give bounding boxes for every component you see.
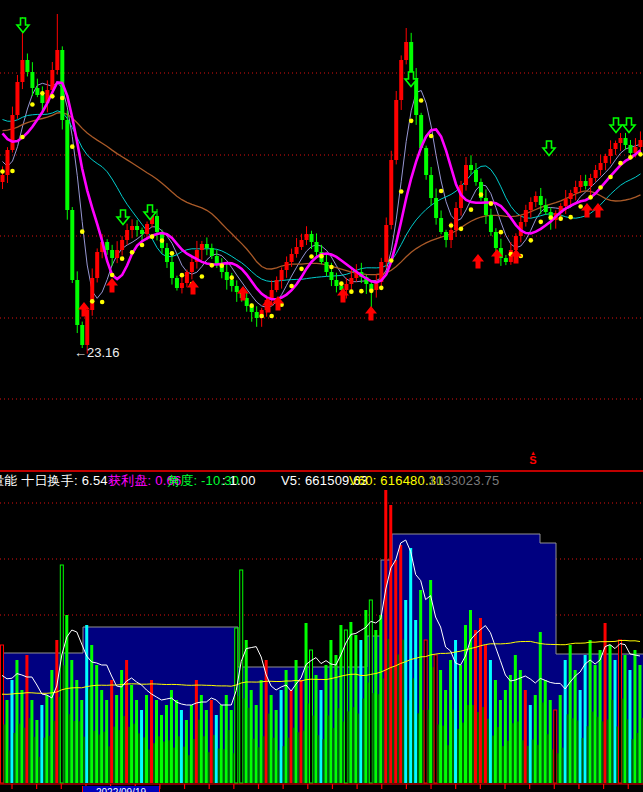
volume-sub-bar <box>487 719 489 783</box>
volume-bar <box>210 700 213 783</box>
volume-bar <box>374 630 377 783</box>
volume-bar <box>85 625 88 783</box>
volume-bar <box>160 715 163 783</box>
volume-sub-bar <box>636 733 638 783</box>
volume-bar <box>310 650 313 783</box>
volume-sub-bar <box>253 739 255 783</box>
volume-bar <box>489 660 492 783</box>
candle-body <box>130 226 134 230</box>
volume-sub-bar <box>38 757 40 783</box>
candle-body <box>484 198 488 215</box>
volume-bar <box>594 665 597 783</box>
volume-bar <box>100 690 103 783</box>
volume-sub-bar <box>447 745 449 783</box>
candle-body <box>504 258 508 262</box>
sar-dot <box>409 119 414 124</box>
volume-sub-bar <box>492 736 494 783</box>
volume-bar <box>190 705 193 783</box>
indicator-parameter-bar: 量能 十日换手: 6.54 获利盘: 0.66 角度: -10.30 : 1.0… <box>0 473 643 489</box>
volume-sub-bar <box>288 738 290 783</box>
volume-bar <box>130 685 133 783</box>
volume-sub-bar <box>627 719 629 783</box>
volume-sub-bar <box>612 700 614 783</box>
sar-dot <box>259 314 264 319</box>
volume-bar <box>504 690 507 783</box>
volume-bar <box>499 700 502 783</box>
volume-bar <box>95 665 98 783</box>
indicator-ratio-value: : 1.00 <box>222 473 256 489</box>
volume-bar <box>579 690 582 783</box>
volume-bar <box>185 720 188 783</box>
volume-bar <box>344 630 347 783</box>
volume-sub-bar <box>327 716 329 783</box>
volume-bar <box>329 640 332 783</box>
volume-sub-bar <box>83 737 85 783</box>
volume-sub-bar <box>357 714 359 783</box>
volume-sub-bar <box>532 740 534 783</box>
volume-bar <box>175 700 178 783</box>
sar-dot <box>449 223 454 228</box>
volume-bar <box>75 680 78 783</box>
sar-dot <box>578 204 583 209</box>
candle-body <box>564 199 568 206</box>
volume-sub-bar <box>417 713 419 783</box>
volume-bar <box>484 645 487 783</box>
volume-bar <box>295 660 298 783</box>
candle-body <box>10 115 14 150</box>
candle-body <box>95 252 99 278</box>
volume-sub-bar <box>283 746 285 783</box>
volume-bar <box>15 660 18 783</box>
sell-arrow-icon <box>610 118 622 133</box>
volume-bar <box>424 640 427 783</box>
volume-sub-bar <box>392 667 394 783</box>
volume-sub-bar <box>108 746 110 783</box>
sar-dot <box>150 234 155 239</box>
volume-bar <box>275 710 278 783</box>
volume-sub-bar <box>527 746 529 783</box>
candle-body <box>579 181 583 187</box>
volume-bar <box>544 680 547 783</box>
volume-bar <box>614 660 617 783</box>
candle-body <box>1 175 5 182</box>
volume-bar <box>250 690 253 783</box>
sar-dot <box>269 314 274 319</box>
volume-sub-bar <box>412 678 414 783</box>
volume-bar <box>255 705 258 783</box>
volume-bar <box>50 670 53 783</box>
volume-sub-bar <box>332 728 334 783</box>
volume-bar <box>290 690 293 783</box>
volume-bar <box>638 665 641 783</box>
sar-dot <box>249 303 254 308</box>
candle-body <box>444 232 448 240</box>
volume-bar <box>280 690 283 783</box>
sell-arrow-icon <box>144 205 156 220</box>
volume-bar <box>180 710 183 783</box>
candle-body <box>404 42 408 60</box>
candle-body <box>295 247 299 254</box>
volume-bar <box>324 665 327 783</box>
candle-body <box>135 226 139 230</box>
volume-sub-bar <box>442 726 444 783</box>
volume-bar <box>434 655 437 783</box>
candle-body <box>105 242 109 250</box>
sar-dot <box>479 192 484 197</box>
sar-dot <box>30 102 35 107</box>
volume-bar <box>20 690 23 783</box>
chart-canvas[interactable]: ←23.16 <box>0 0 643 792</box>
candle-body <box>300 240 304 247</box>
volume-sub-bar <box>33 737 35 783</box>
volume-sub-bar <box>243 698 245 783</box>
candle-body <box>524 210 528 222</box>
sar-dot <box>638 152 643 157</box>
volume-bar <box>394 560 397 783</box>
volume-sub-bar <box>68 714 70 783</box>
candle-body <box>125 230 129 240</box>
sar-dot <box>309 254 314 259</box>
candle-body <box>170 262 174 278</box>
volume-bar <box>564 660 567 783</box>
sar-dot <box>110 273 115 278</box>
volume-sub-bar <box>93 731 95 783</box>
volume-bar <box>305 623 308 783</box>
candlestick-series <box>1 14 643 354</box>
volume-sub-bar <box>188 755 190 783</box>
